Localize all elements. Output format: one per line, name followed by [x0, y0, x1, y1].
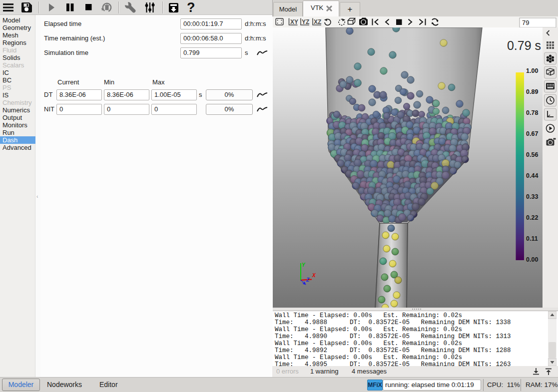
svg-text:0.00: 0.00 — [526, 256, 538, 263]
svg-text:0.89: 0.89 — [526, 88, 538, 95]
svg-text:XZ: XZ — [314, 18, 321, 25]
svg-text:0.11: 0.11 — [526, 235, 538, 242]
svg-text:0.33: 0.33 — [526, 193, 538, 200]
svg-text:XY: XY — [290, 18, 298, 25]
svg-text:0.79 s: 0.79 s — [507, 38, 541, 52]
svg-text:0.56: 0.56 — [526, 151, 538, 158]
svg-text:X: X — [312, 273, 316, 278]
svg-text:1.00: 1.00 — [526, 67, 538, 74]
svg-text:Z: Z — [306, 277, 310, 283]
svg-text:0.78: 0.78 — [526, 109, 538, 116]
svg-text:YZ: YZ — [302, 18, 309, 25]
svg-text:0.67: 0.67 — [526, 130, 538, 137]
svg-text:0.22: 0.22 — [526, 214, 538, 221]
svg-text:0.44: 0.44 — [526, 172, 538, 179]
svg-text:?: ? — [187, 0, 195, 15]
svg-text:79: 79 — [522, 19, 529, 26]
